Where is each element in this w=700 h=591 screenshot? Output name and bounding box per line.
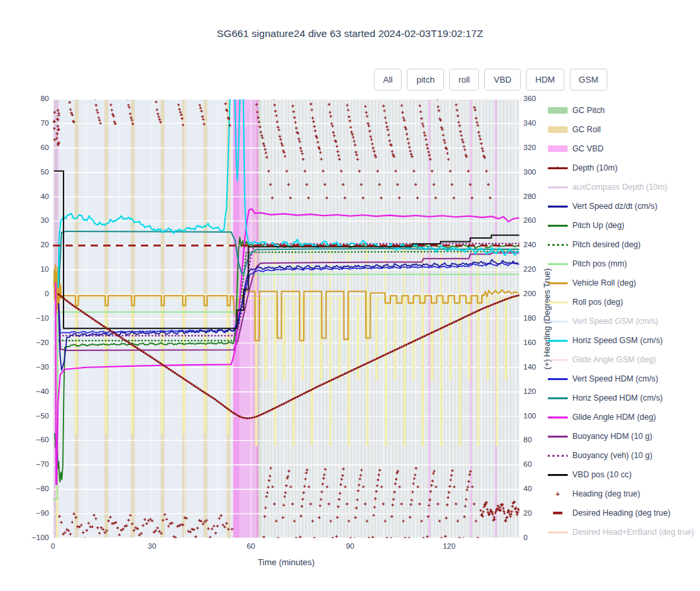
legend-swatch-vbd-pos — [548, 470, 568, 479]
legend-item-pitch-up[interactable]: Pitch Up (deg) — [548, 218, 625, 233]
plot-area[interactable] — [53, 99, 519, 538]
legend-item-glide-hdm[interactable]: Glide Angle HDM (deg) — [548, 410, 656, 424]
legend-label-vehicle-roll: Vehicle Roll (deg) — [572, 278, 636, 288]
legend-item-gc-vbd[interactable]: GC VBD — [548, 141, 603, 156]
left-tick-label: −40 — [3, 387, 49, 395]
legend-item-horiz-gsm[interactable]: Horiz Speed GSM (cm/s) — [548, 333, 663, 348]
legend-swatch-pitch-up — [548, 221, 568, 230]
legend-marker-aux-depth: + — [556, 184, 559, 190]
legend-item-glide-gsm[interactable]: Glide Angle GSM (deg) — [548, 352, 656, 367]
filter-button-row: AllpitchrollVBDHDMGSM — [374, 69, 607, 91]
legend-swatch-heading: + — [548, 489, 568, 498]
legend-label-pitch-pos: Pitch pos (mm) — [572, 259, 627, 268]
legend-label-vert-gsm: Vert Speed GSM (cm/s) — [572, 317, 658, 326]
left-tick-label: −80 — [3, 485, 49, 492]
filter-button-pitch[interactable]: pitch — [407, 69, 443, 91]
legend-swatch-vert-gsm — [548, 317, 568, 326]
legend-swatch-depth: + — [548, 163, 568, 173]
legend-label-aux-depth: auxCompass Depth (10m) — [572, 182, 668, 192]
legend-item-horiz-hdm[interactable]: Horiz Speed HDM (cm/s) — [548, 391, 663, 405]
page-title: SG661 signature24 dive 63 started 2024-0… — [0, 28, 700, 40]
legend-swatch-shape — [548, 359, 568, 361]
left-tick-label: −100 — [3, 533, 49, 541]
left-tick-label: 40 — [3, 192, 49, 200]
left-tick-label: 0 — [3, 290, 49, 297]
legend-item-roll-pos[interactable]: Roll pos (deg) — [548, 295, 623, 309]
legend-item-desired-heading[interactable]: Desired Heading (deg true) — [548, 506, 670, 520]
filter-button-vbd[interactable]: VBD — [484, 69, 521, 91]
legend-swatch-horiz-gsm — [548, 336, 568, 345]
legend-item-vert-dzdt[interactable]: Vert Speed dz/dt (cm/s) — [548, 199, 658, 214]
x-tick-label: 60 — [239, 542, 263, 550]
legend-swatch-shape — [548, 416, 568, 418]
legend-swatch-gc-vbd — [548, 144, 568, 153]
legend-label-desired-errband: Desired Head+ErrBand (deg true) — [572, 528, 694, 537]
legend-swatch-shape — [548, 126, 568, 133]
legend-item-pitch-pos[interactable]: Pitch pos (mm) — [548, 256, 627, 271]
legend-swatch-shape — [548, 282, 568, 284]
legend-item-buoy-hdm[interactable]: Buoyancy HDM (10 g) — [548, 429, 652, 444]
legend-label-gc-pitch: GC Pitch — [572, 106, 605, 115]
legend-swatch-shape — [548, 474, 568, 476]
legend-swatch-shape — [548, 321, 568, 323]
legend-item-gc-roll[interactable]: GC Roll — [548, 122, 601, 137]
filter-button-all[interactable]: All — [374, 69, 402, 91]
legend-item-depth[interactable]: +Depth (10m) — [548, 161, 617, 175]
legend-item-gc-pitch[interactable]: GC Pitch — [548, 103, 605, 118]
legend-label-buoy-veh: Buoyancy (veh) (10 g) — [572, 451, 652, 460]
legend-swatch-shape — [548, 455, 568, 457]
legend-swatch-shape — [548, 145, 568, 152]
legend-swatch-shape — [548, 225, 568, 227]
legend-label-glide-gsm: Glide Angle GSM (deg) — [572, 355, 656, 364]
legend-item-vert-hdm[interactable]: Vert Speed HDM (cm/s) — [548, 372, 658, 386]
legend-swatch-buoy-veh — [548, 451, 568, 460]
left-tick-label: 20 — [3, 241, 49, 249]
legend-label-buoy-hdm: Buoyancy HDM (10 g) — [572, 432, 652, 441]
filter-button-gsm[interactable]: GSM — [570, 69, 608, 91]
legend-item-aux-depth[interactable]: +auxCompass Depth (10m) — [548, 180, 668, 194]
legend-swatch-vehicle-roll — [548, 278, 568, 288]
left-tick-label: −60 — [3, 436, 49, 444]
legend-item-vbd-pos[interactable]: VBD pos (10 cc) — [548, 467, 632, 482]
legend-swatch-glide-gsm — [548, 355, 568, 364]
plot-canvas[interactable] — [53, 99, 519, 538]
legend-label-pitch-desired: Pitch desired (deg) — [572, 240, 640, 249]
left-tick-label: 60 — [3, 143, 49, 151]
legend-item-heading[interactable]: +Heading (deg true) — [548, 487, 640, 501]
legend-label-horiz-gsm: Horiz Speed GSM (cm/s) — [572, 336, 663, 345]
left-tick-label: −70 — [3, 460, 49, 468]
filter-button-hdm[interactable]: HDM — [526, 69, 564, 91]
legend-swatch-shape — [548, 340, 568, 342]
legend-swatch-pitch-pos — [548, 259, 568, 268]
legend-label-desired-heading: Desired Heading (deg true) — [572, 508, 670, 518]
legend-swatch-pitch-desired — [548, 240, 568, 249]
left-tick-label: 30 — [3, 216, 49, 224]
left-tick-label: −20 — [3, 338, 49, 346]
legend-label-glide-hdm: Glide Angle HDM (deg) — [572, 413, 656, 422]
legend-swatch-shape — [548, 263, 568, 265]
legend-swatch-vert-hdm — [548, 374, 568, 383]
x-tick-label: 90 — [338, 542, 362, 550]
legend-swatch-gc-pitch — [548, 106, 568, 115]
legend-item-vehicle-roll[interactable]: Vehicle Roll (deg) — [548, 276, 636, 290]
legend-swatch-aux-depth: + — [548, 182, 568, 192]
legend-label-depth: Depth (10m) — [572, 163, 617, 173]
legend-item-pitch-desired[interactable]: Pitch desired (deg) — [548, 237, 640, 252]
legend-label-gc-roll: GC Roll — [572, 125, 601, 134]
x-tick-label: 30 — [140, 542, 164, 550]
legend-swatch-glide-hdm — [548, 413, 568, 422]
legend-swatch-shape — [548, 301, 568, 303]
legend-swatch-shape — [548, 244, 568, 246]
legend-item-buoy-veh[interactable]: Buoyancy (veh) (10 g) — [548, 448, 652, 463]
left-tick-label: 80 — [3, 95, 49, 102]
legend-item-vert-gsm[interactable]: Vert Speed GSM (cm/s) — [548, 314, 658, 329]
legend-swatch-horiz-hdm — [548, 393, 568, 403]
legend-swatch-shape — [548, 206, 568, 208]
legend-swatch-shape: + — [556, 491, 560, 497]
legend-swatch-shape — [548, 532, 568, 533]
legend-swatch-shape — [553, 512, 562, 514]
legend-item-desired-errband[interactable]: Desired Head+ErrBand (deg true) — [548, 525, 694, 539]
legend-label-roll-pos: Roll pos (deg) — [572, 297, 623, 307]
legend-swatch-shape — [548, 397, 568, 399]
filter-button-roll[interactable]: roll — [449, 69, 479, 91]
